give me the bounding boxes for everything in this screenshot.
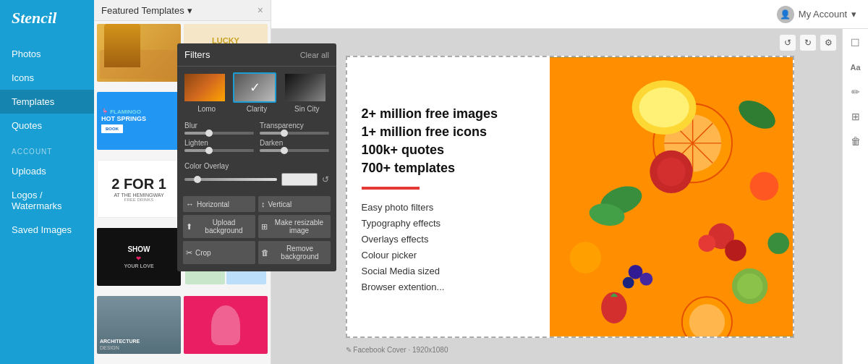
lighten-darken-row: Lighten Darken (184, 139, 329, 152)
canvas-left-panel: 2+ million free images 1+ million free i… (347, 57, 550, 337)
transparency-slider[interactable] (260, 132, 329, 135)
canvas-divider (362, 187, 420, 190)
avatar: 👤 (777, 6, 794, 23)
upload-background-button[interactable]: ⬆ Upload background (183, 215, 255, 238)
filters-title: Filters (184, 49, 210, 60)
filters-sliders: Blur Transparency Lighten (177, 119, 336, 159)
blur-slider[interactable] (184, 132, 254, 135)
filter-presets: Lomo ✓ Clarity Sin City (177, 67, 336, 119)
horizontal-icon: ↔ (186, 200, 194, 208)
text-icon[interactable]: Aa (848, 59, 864, 75)
darken-slider-group: Darken (260, 139, 329, 152)
blur-label: Blur (184, 122, 254, 130)
transparency-slider-group: Transparency (260, 122, 329, 135)
redo-icon[interactable]: ↻ (800, 35, 816, 51)
lighten-slider-group: Lighten (184, 139, 254, 152)
svg-point-21 (736, 273, 762, 299)
undo-icon[interactable]: ↺ (780, 35, 796, 51)
filters-clear-button[interactable]: Clear all (300, 51, 329, 59)
svg-point-25 (749, 172, 778, 200)
lighten-label: Lighten (184, 139, 254, 147)
lighten-slider[interactable] (184, 149, 254, 152)
upload-icon: ⬆ (186, 222, 192, 232)
templates-header: Featured Templates ▾ × (94, 0, 271, 21)
filter-lomo-label: Lomo (183, 105, 230, 113)
make-resizable-button[interactable]: ⊞ Make resizable image (258, 215, 331, 238)
horizontal-flip-button[interactable]: ↔ Horizontal (183, 196, 255, 212)
account-section-label: ACCOUNT (0, 137, 94, 159)
filter-sincity-thumbnail (284, 72, 327, 103)
svg-point-8 (639, 87, 689, 127)
sidebar-item-saved[interactable]: Saved Images (0, 218, 94, 242)
trash-icon: 🗑 (261, 248, 269, 257)
canvas-top-toolbar: ↺ ↻ ⚙ (780, 35, 836, 51)
canvas-features: Easy photo filters Typography effects Ov… (362, 200, 535, 296)
settings-icon[interactable]: ⚙ (820, 35, 836, 51)
canvas-image (550, 57, 793, 337)
right-toolbar: ☐ Aa ✏ ⊞ 🗑 (842, 29, 868, 364)
color-overlay-controls: ↺ (184, 173, 329, 186)
filter-sincity-label: Sin City (284, 105, 331, 113)
main-area: 👤 My Account ▾ ↺ ↻ ⚙ 2+ million free ima… (271, 0, 868, 364)
list-item[interactable]: 2 FOR 1 AT THE HEMINGWAY FREE DRINKS (97, 160, 181, 218)
remove-background-button[interactable]: 🗑 Remove background (258, 241, 331, 264)
vertical-icon: ↕ (261, 200, 265, 208)
darken-slider[interactable] (260, 149, 329, 152)
filters-header: Filters Clear all (177, 43, 336, 67)
templates-title[interactable]: Featured Templates ▾ (101, 5, 192, 16)
account-button[interactable]: 👤 My Account ▾ (777, 6, 856, 23)
flip-row: ↔ Horizontal ↕ Vertical (183, 196, 331, 212)
sidebar-item-photos[interactable]: Photos (0, 42, 94, 66)
crop-remove-row: ✂ Crop 🗑 Remove background (183, 241, 331, 264)
account-chevron-icon: ▾ (851, 9, 856, 20)
blur-transparency-row: Blur Transparency (184, 122, 329, 135)
app-logo: Stencil (0, 0, 94, 36)
color-reset-icon[interactable]: ↺ (322, 174, 329, 185)
sidebar-item-templates[interactable]: Templates (0, 90, 94, 114)
svg-point-27 (767, 232, 789, 254)
account-label: My Account (799, 9, 847, 20)
filter-preset-sincity[interactable]: Sin City (284, 72, 331, 113)
canvas-frame: 2+ million free images 1+ million free i… (346, 56, 794, 338)
trash-icon[interactable]: 🗑 (848, 133, 864, 149)
crop-button[interactable]: ✂ Crop (183, 241, 255, 264)
list-item[interactable]: SHOW ❤ YOUR LOVE (97, 228, 181, 286)
list-item[interactable] (97, 24, 181, 82)
filter-preset-lomo[interactable]: Lomo (183, 72, 230, 113)
list-item[interactable] (184, 296, 268, 354)
pencil-icon[interactable]: ✏ (848, 84, 864, 100)
list-item[interactable]: ARCHITECTURE DESIGN (97, 296, 181, 354)
svg-point-13 (657, 157, 686, 186)
upload-resize-row: ⬆ Upload background ⊞ Make resizable ima… (183, 215, 331, 238)
checkmark-icon: ✓ (250, 80, 260, 96)
svg-point-19 (622, 276, 634, 288)
resize-icon: ⊞ (261, 222, 268, 232)
filters-panel: Filters Clear all Lomo ✓ Clarity Sin Cit… (177, 43, 336, 271)
canvas-area: ↺ ↻ ⚙ 2+ million free images 1+ million … (271, 29, 868, 364)
filter-preset-clarity[interactable]: ✓ Clarity (233, 72, 280, 113)
filter-clarity-label: Clarity (233, 105, 280, 113)
transparency-label: Transparency (260, 122, 329, 130)
canvas-container: 2+ million free images 1+ million free i… (346, 56, 794, 338)
svg-point-16 (698, 234, 715, 252)
list-item[interactable]: 🦩 FLAMINGO HOT SPRINGS BOOK (97, 92, 181, 150)
grid-icon[interactable]: ⊞ (848, 109, 864, 124)
chevron-down-icon: ▾ (187, 5, 192, 16)
templates-close-button[interactable]: × (258, 4, 263, 16)
blur-slider-group: Blur (184, 122, 254, 135)
page-icon[interactable]: ☐ (848, 35, 864, 51)
sidebar-item-icons[interactable]: Icons (0, 66, 94, 90)
svg-point-18 (639, 272, 652, 285)
vertical-flip-button[interactable]: ↕ Vertical (258, 196, 331, 212)
color-overlay-row: Color Overlay ↺ (177, 159, 336, 189)
fruit-svg (550, 57, 793, 337)
sidebar-item-uploads[interactable]: Uploads (0, 159, 94, 183)
color-overlay-label: Color Overlay (184, 162, 329, 170)
crop-icon: ✂ (186, 248, 192, 258)
sidebar-nav: Photos Icons Templates Quotes (0, 42, 94, 137)
filter-lomo-thumbnail (183, 72, 226, 103)
color-overlay-slider[interactable] (184, 178, 277, 181)
color-swatch[interactable] (281, 173, 318, 186)
sidebar-item-quotes[interactable]: Quotes (0, 114, 94, 137)
sidebar-item-logos[interactable]: Logos / Watermarks (0, 183, 94, 218)
